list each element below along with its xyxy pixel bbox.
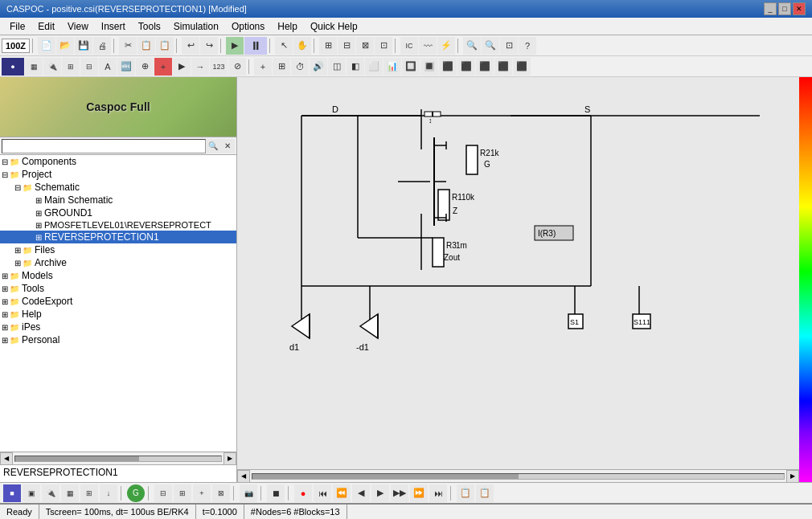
tb-run[interactable]: ▶ xyxy=(226,37,244,55)
tb-save[interactable]: 💾 xyxy=(75,37,92,55)
tb2-b6[interactable]: A xyxy=(99,58,117,76)
tb-new[interactable]: 📄 xyxy=(38,37,55,55)
tb-pause[interactable]: ⏸ xyxy=(244,37,267,55)
bt-record[interactable]: ● xyxy=(294,484,312,502)
bt-b2[interactable]: ▣ xyxy=(23,484,40,502)
tb2-b23[interactable]: 🔳 xyxy=(420,58,438,76)
bt-step-back-far[interactable]: ⏮ xyxy=(314,484,331,502)
bt-b4[interactable]: ▦ xyxy=(61,484,79,502)
expand-personal[interactable]: ⊞ xyxy=(0,336,10,345)
menu-help[interactable]: Help xyxy=(271,19,304,34)
menu-edit[interactable]: Edit xyxy=(31,19,61,34)
expand-tools[interactable]: ⊞ xyxy=(0,284,10,293)
tb-waveform[interactable]: 〰 xyxy=(419,37,437,55)
minimize-button[interactable]: _ xyxy=(764,2,777,15)
tb2-b24[interactable]: ⬛ xyxy=(439,58,457,76)
bt-paste2[interactable]: 📋 xyxy=(476,484,494,502)
bt-stop[interactable]: ⏹ xyxy=(267,484,285,502)
expand-codeexport[interactable]: ⊞ xyxy=(0,297,10,306)
clear-search-button[interactable]: ✕ xyxy=(220,139,235,153)
tb-zoom-out[interactable]: 🔍 xyxy=(482,37,499,55)
menu-file[interactable]: File xyxy=(3,19,31,34)
tb-insert2[interactable]: ⊟ xyxy=(338,37,355,55)
scroll-right2-btn[interactable]: ▶ xyxy=(786,470,799,483)
menu-simulation[interactable]: Simulation xyxy=(167,19,225,34)
tb2-b25[interactable]: ⬛ xyxy=(457,58,475,76)
tb-print[interactable]: 🖨 xyxy=(93,37,111,55)
tb2-b9[interactable]: + xyxy=(154,58,172,76)
tb-probe[interactable]: ⚡ xyxy=(437,37,455,55)
tree-node-help[interactable]: ⊞ 📁 Help xyxy=(0,308,236,321)
menu-quick-help[interactable]: Quick Help xyxy=(304,19,364,34)
menu-tools[interactable]: Tools xyxy=(132,19,167,34)
bt-step-fwd[interactable]: ⏩ xyxy=(410,484,428,502)
tb2-b26[interactable]: ⬛ xyxy=(476,58,494,76)
tb2-b27[interactable]: ⬛ xyxy=(494,58,512,76)
schematic-area[interactable]: D S R2 1k G R1 10k Z R3 1m Zout I(R3 xyxy=(237,77,812,482)
tb-cut[interactable]: ✂ xyxy=(119,37,137,55)
tb2-b22[interactable]: 🔲 xyxy=(402,58,420,76)
bt-copy2[interactable]: 📋 xyxy=(457,484,474,502)
tb2-b7[interactable]: 🔤 xyxy=(117,58,135,76)
tb2-b10[interactable]: ▶ xyxy=(173,58,191,76)
bt-b11[interactable]: ⊠ xyxy=(212,484,230,502)
h-scrollbar[interactable]: ◀ ▶ xyxy=(0,452,236,464)
scroll-left2-btn[interactable]: ◀ xyxy=(237,470,250,483)
tb2-b3[interactable]: 🔌 xyxy=(43,58,61,76)
tb2-b15[interactable]: ⊞ xyxy=(273,58,290,76)
tb-zoom-in[interactable]: 🔍 xyxy=(463,37,481,55)
tree-node-codeexport[interactable]: ⊞ 📁 CodeExport xyxy=(0,295,236,308)
bt-b3[interactable]: 🔌 xyxy=(42,484,59,502)
tb2-b28[interactable]: ⬛ xyxy=(513,58,531,76)
menu-options[interactable]: Options xyxy=(225,19,271,34)
tree-node-personal[interactable]: ⊞ 📁 Personal xyxy=(0,333,236,346)
bt-screenshot[interactable]: 📷 xyxy=(240,484,257,502)
tree-node-pmosfet[interactable]: ⊞ PMOSFETLEVEL01\REVERSEPROTECT xyxy=(0,219,236,231)
close-button[interactable]: ✕ xyxy=(793,2,806,15)
schematic-svg[interactable]: D S R2 1k G R1 10k Z R3 1m Zout I(R3 xyxy=(237,77,799,469)
tb-insert3[interactable]: ⊠ xyxy=(356,37,374,55)
bt-b1[interactable]: ■ xyxy=(3,484,21,502)
bt-step-fwd-far[interactable]: ⏭ xyxy=(429,484,447,502)
tree-node-files[interactable]: ⊞ 📁 Files xyxy=(0,243,236,256)
tree-node-ipes[interactable]: ⊞ 📁 iPes xyxy=(0,321,236,333)
tree-node-schematic[interactable]: ⊟ 📁 Schematic xyxy=(0,181,236,194)
tb2-b20[interactable]: ⬜ xyxy=(365,58,383,76)
tree-node-archive[interactable]: ⊞ 📁 Archive xyxy=(0,256,236,269)
tb2-b13[interactable]: ⊘ xyxy=(228,58,246,76)
expand-project[interactable]: ⊟ xyxy=(0,170,10,179)
menu-view[interactable]: View xyxy=(61,19,95,34)
tree-node-reverseprotection1[interactable]: ⊞ REVERSEPROTECTION1 xyxy=(0,231,236,243)
tb-redo[interactable]: ↪ xyxy=(200,37,218,55)
expand-models[interactable]: ⊞ xyxy=(0,272,10,280)
expand-help[interactable]: ⊞ xyxy=(0,310,10,319)
bt-b5[interactable]: ⊞ xyxy=(80,484,98,502)
tb2-b14[interactable]: + xyxy=(254,58,272,76)
tree-node-tools[interactable]: ⊞ 📁 Tools xyxy=(0,282,236,295)
tree-node-main-schematic[interactable]: ⊞ Main Schematic xyxy=(0,194,236,206)
bt-b10[interactable]: + xyxy=(193,484,211,502)
expand-components[interactable]: ⊟ xyxy=(0,157,10,166)
tb-insert1[interactable]: ⊞ xyxy=(319,37,337,55)
tree-node-ground1[interactable]: ⊞ GROUND1 xyxy=(0,206,236,219)
bt-next[interactable]: ▶▶ xyxy=(391,484,408,502)
bottom-scrollbar[interactable]: ◀ ▶ xyxy=(237,469,799,482)
tb2-b16[interactable]: ⏱ xyxy=(291,58,309,76)
expand-files[interactable]: ⊞ xyxy=(13,246,23,255)
tb-help[interactable]: ? xyxy=(519,37,536,55)
tb2-b21[interactable]: 📊 xyxy=(383,58,401,76)
tb2-b18[interactable]: ◫ xyxy=(328,58,346,76)
tb-undo[interactable]: ↩ xyxy=(182,37,199,55)
tb2-b5[interactable]: ⊟ xyxy=(80,58,98,76)
tb2-b4[interactable]: ⊞ xyxy=(62,58,80,76)
bt-b6[interactable]: ↓ xyxy=(100,484,117,502)
search-button[interactable]: 🔍 xyxy=(206,139,220,153)
bt-step-back[interactable]: ⏪ xyxy=(333,484,351,502)
tree-node-components[interactable]: ⊟ 📁 Components xyxy=(0,155,236,168)
scroll-right-btn[interactable]: ▶ xyxy=(224,452,236,465)
tb2-b11[interactable]: → xyxy=(191,58,209,76)
tb-insert4[interactable]: ⊡ xyxy=(375,37,392,55)
tb2-b19[interactable]: ◧ xyxy=(347,58,364,76)
tb-ic[interactable]: IC xyxy=(400,37,418,55)
maximize-button[interactable]: □ xyxy=(778,2,791,15)
